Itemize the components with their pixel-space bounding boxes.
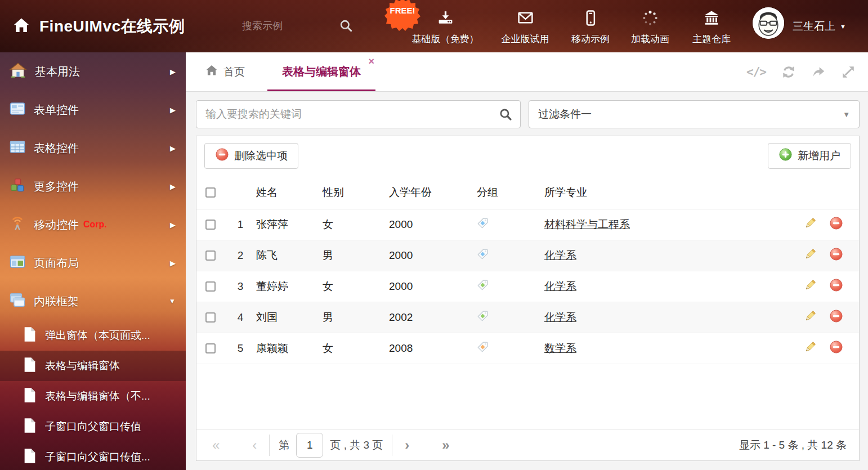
- content: 过滤条件一 ▼ 删除选中项 新增用户: [186, 92, 868, 470]
- tab-toolbar: </>: [746, 52, 856, 92]
- header-search-icon[interactable]: [339, 19, 354, 35]
- row-checkbox[interactable]: [205, 312, 216, 323]
- home-icon[interactable]: [12, 16, 30, 37]
- nav-basic-version[interactable]: 基础版（免费）: [412, 0, 479, 52]
- nav-theme-store[interactable]: 主题仓库: [692, 0, 731, 52]
- edit-icon[interactable]: [803, 341, 817, 357]
- close-icon[interactable]: ×: [368, 56, 374, 66]
- delete-icon[interactable]: [829, 278, 843, 295]
- file-icon: [23, 387, 37, 405]
- sidebar-subitem-label: 表格与编辑窗体（不...: [45, 389, 150, 404]
- sidebar-item-inline-frame[interactable]: 内联框架 ▼: [0, 282, 186, 320]
- keyword-search: [196, 100, 521, 128]
- search-icon[interactable]: [499, 108, 513, 124]
- sidebar: 基本用法 ▶ 表单控件 ▶ 表格控件 ▶ 更多控件 ▶ 移动控件 Corp. ▶: [0, 52, 186, 470]
- view-source-icon[interactable]: </>: [746, 65, 766, 79]
- sidebar-subitem-label: 表格与编辑窗体: [45, 359, 120, 373]
- cell-year: 2008: [389, 342, 477, 355]
- nav-label: 加载动画: [631, 33, 669, 46]
- nav-enterprise-trial[interactable]: 企业版试用: [502, 0, 549, 52]
- username: 三生石上: [793, 20, 835, 32]
- file-icon: [23, 357, 37, 375]
- sidebar-item-page-layout[interactable]: 页面布局 ▶: [0, 244, 186, 282]
- edit-icon[interactable]: [803, 310, 817, 326]
- sidebar-subitem-label: 子窗口向父窗口传值: [45, 419, 141, 434]
- delete-icon[interactable]: [829, 247, 843, 264]
- major-link[interactable]: 化学系: [544, 280, 576, 292]
- cell-name: 康颖颖: [256, 341, 323, 356]
- cell-gender: 女: [323, 279, 389, 294]
- last-page-icon[interactable]: »: [439, 438, 453, 452]
- sidebar-item-more-controls[interactable]: 更多控件 ▶: [0, 167, 186, 205]
- caret-down-icon: ▼: [840, 23, 846, 30]
- grid-panel: 删除选中项 新增用户 姓名 性别 入学年份 分组 所学专业: [196, 136, 860, 461]
- nav-loading-animation[interactable]: 加载动画: [631, 0, 669, 52]
- user-menu[interactable]: 三生石上▼: [793, 0, 846, 53]
- major-link[interactable]: 化学系: [544, 311, 576, 323]
- cell-name: 董婷婷: [256, 279, 323, 294]
- sidebar-item-label: 表格控件: [34, 141, 79, 156]
- first-page-icon[interactable]: «: [209, 438, 223, 452]
- cell-major: 化学系: [544, 248, 787, 263]
- sidebar-subitem-popup-window[interactable]: 弹出窗体（本页面或...: [0, 320, 186, 351]
- envelope-icon: [517, 10, 534, 29]
- next-page-icon[interactable]: ›: [401, 438, 413, 452]
- sidebar-subitem-label: 弹出窗体（本页面或...: [45, 328, 150, 343]
- page-number-input[interactable]: [296, 433, 323, 458]
- major-link[interactable]: 数学系: [544, 342, 576, 354]
- keyword-search-input[interactable]: [196, 100, 521, 128]
- row-checkbox[interactable]: [205, 220, 216, 230]
- sidebar-subitem-child-to-parent[interactable]: 子窗口向父窗口传值: [0, 411, 186, 442]
- header-search-input[interactable]: [242, 0, 326, 52]
- select-all-checkbox[interactable]: [205, 187, 216, 198]
- column-year: 入学年份: [389, 185, 477, 200]
- row-checkbox[interactable]: [205, 250, 216, 261]
- nav-mobile-demo[interactable]: 移动示例: [571, 0, 610, 52]
- prev-page-icon[interactable]: ‹: [249, 438, 260, 452]
- delete-icon[interactable]: [829, 309, 843, 326]
- edit-icon[interactable]: [803, 248, 817, 264]
- cell-major: 化学系: [544, 310, 787, 325]
- cell-name: 刘国: [256, 310, 323, 325]
- avatar[interactable]: [753, 7, 784, 39]
- tab-home[interactable]: 首页: [205, 52, 245, 91]
- row-checkbox[interactable]: [205, 281, 216, 292]
- sidebar-subitem-child-to-parent-2[interactable]: 子窗口向父窗口传值...: [0, 442, 186, 470]
- row-number: 5: [225, 342, 256, 355]
- open-new-window-icon[interactable]: [811, 65, 826, 79]
- major-link[interactable]: 材料科学与工程系: [544, 218, 630, 230]
- frames-icon: [9, 292, 26, 311]
- cell-gender: 男: [323, 248, 389, 263]
- minus-circle-icon: [215, 147, 229, 164]
- home-icon: [205, 64, 218, 80]
- tab-grid-edit-window[interactable]: 表格与编辑窗体 ×: [267, 52, 375, 91]
- button-label: 新增用户: [798, 149, 840, 163]
- delete-selected-button[interactable]: 删除选中项: [204, 143, 298, 169]
- sidebar-item-grid-controls[interactable]: 表格控件 ▶: [0, 129, 186, 167]
- fullscreen-icon[interactable]: [841, 65, 856, 79]
- filter-row: 过滤条件一 ▼: [196, 100, 860, 128]
- edit-icon[interactable]: [803, 217, 817, 233]
- arrow-right-icon: ▶: [170, 68, 176, 76]
- sidebar-subitem-grid-edit-window-2[interactable]: 表格与编辑窗体（不...: [0, 381, 186, 411]
- sidebar-subitem-label: 子窗口向父窗口传值...: [45, 450, 150, 464]
- sidebar-item-mobile-controls[interactable]: 移动控件 Corp. ▶: [0, 205, 186, 244]
- file-icon: [23, 418, 37, 436]
- row-checkbox[interactable]: [205, 343, 216, 353]
- delete-icon[interactable]: [829, 216, 843, 233]
- caret-down-icon: ▼: [843, 110, 850, 119]
- delete-icon[interactable]: [829, 340, 843, 357]
- sidebar-item-basic-usage[interactable]: 基本用法 ▶: [0, 52, 186, 91]
- filter-dropdown[interactable]: 过滤条件一 ▼: [529, 100, 860, 128]
- table-icon: [9, 138, 26, 158]
- refresh-icon[interactable]: [781, 65, 796, 79]
- table-row: 5 康颖颖 女 2008 数学系: [196, 333, 859, 364]
- sidebar-subitem-grid-edit-window[interactable]: 表格与编辑窗体: [0, 351, 186, 381]
- tag-icon: [477, 248, 544, 263]
- major-link[interactable]: 化学系: [544, 249, 576, 261]
- sidebar-item-form-controls[interactable]: 表单控件 ▶: [0, 91, 186, 129]
- add-user-button[interactable]: 新增用户: [768, 143, 851, 169]
- cell-gender: 男: [323, 310, 389, 325]
- cell-gender: 女: [323, 341, 389, 356]
- edit-icon[interactable]: [803, 279, 817, 295]
